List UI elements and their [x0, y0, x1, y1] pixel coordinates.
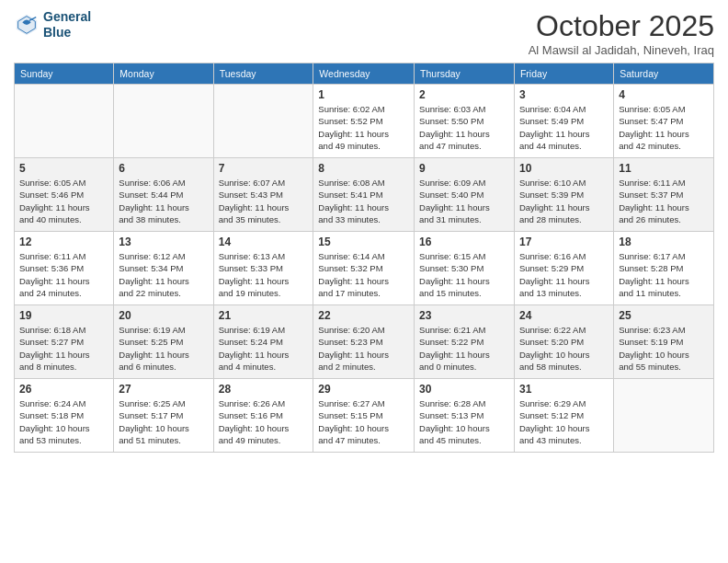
- day-number: 2: [419, 88, 509, 101]
- day-info: Sunrise: 6:19 AM Sunset: 5:25 PM Dayligh…: [119, 324, 208, 373]
- page-container: General Blue October 2025 Al Mawsil al J…: [0, 0, 728, 462]
- col-wednesday: Wednesday: [313, 63, 415, 85]
- day-number: 15: [318, 236, 409, 248]
- calendar-cell: 21Sunrise: 6:19 AM Sunset: 5:24 PM Dayli…: [213, 305, 313, 379]
- day-number: 10: [519, 162, 609, 175]
- col-saturday: Saturday: [614, 63, 714, 85]
- calendar-week-row: 26Sunrise: 6:24 AM Sunset: 5:18 PM Dayli…: [15, 379, 714, 453]
- calendar-cell: [614, 379, 714, 453]
- calendar-cell: 25Sunrise: 6:23 AM Sunset: 5:19 PM Dayli…: [614, 305, 714, 379]
- day-info: Sunrise: 6:20 AM Sunset: 5:23 PM Dayligh…: [318, 324, 409, 373]
- calendar-cell: 22Sunrise: 6:20 AM Sunset: 5:23 PM Dayli…: [313, 305, 415, 379]
- col-monday: Monday: [114, 63, 213, 85]
- day-number: 22: [318, 309, 409, 322]
- day-info: Sunrise: 6:16 AM Sunset: 5:29 PM Dayligh…: [519, 250, 609, 299]
- calendar-cell: 14Sunrise: 6:13 AM Sunset: 5:33 PM Dayli…: [213, 232, 313, 305]
- day-number: 24: [519, 309, 609, 322]
- calendar-cell: 5Sunrise: 6:05 AM Sunset: 5:46 PM Daylig…: [15, 158, 114, 232]
- calendar-week-row: 19Sunrise: 6:18 AM Sunset: 5:27 PM Dayli…: [15, 305, 714, 379]
- day-info: Sunrise: 6:14 AM Sunset: 5:32 PM Dayligh…: [318, 250, 409, 299]
- calendar-cell: 17Sunrise: 6:16 AM Sunset: 5:29 PM Dayli…: [514, 232, 613, 305]
- day-number: 3: [519, 88, 609, 101]
- day-number: 28: [219, 383, 309, 396]
- logo-text: General Blue: [43, 9, 91, 40]
- day-info: Sunrise: 6:09 AM Sunset: 5:40 PM Dayligh…: [419, 177, 509, 225]
- calendar-cell: 6Sunrise: 6:06 AM Sunset: 5:44 PM Daylig…: [114, 158, 213, 232]
- day-info: Sunrise: 6:05 AM Sunset: 5:47 PM Dayligh…: [619, 103, 709, 152]
- col-friday: Friday: [514, 63, 613, 85]
- day-number: 17: [519, 236, 609, 248]
- calendar-cell: 2Sunrise: 6:03 AM Sunset: 5:50 PM Daylig…: [415, 85, 515, 158]
- calendar-cell: 15Sunrise: 6:14 AM Sunset: 5:32 PM Dayli…: [313, 232, 415, 305]
- calendar-cell: 11Sunrise: 6:11 AM Sunset: 5:37 PM Dayli…: [614, 158, 714, 232]
- calendar-cell: [213, 85, 313, 158]
- location-subtitle: Al Mawsil al Jadidah, Nineveh, Iraq: [529, 43, 714, 57]
- calendar-cell: 26Sunrise: 6:24 AM Sunset: 5:18 PM Dayli…: [15, 379, 114, 453]
- day-number: 19: [19, 309, 108, 322]
- calendar-cell: 13Sunrise: 6:12 AM Sunset: 5:34 PM Dayli…: [114, 232, 213, 305]
- day-info: Sunrise: 6:22 AM Sunset: 5:20 PM Dayligh…: [519, 324, 609, 373]
- day-info: Sunrise: 6:12 AM Sunset: 5:34 PM Dayligh…: [119, 250, 208, 299]
- day-number: 20: [119, 309, 208, 322]
- day-number: 6: [119, 162, 208, 175]
- calendar-cell: 9Sunrise: 6:09 AM Sunset: 5:40 PM Daylig…: [415, 158, 515, 232]
- calendar-cell: 31Sunrise: 6:29 AM Sunset: 5:12 PM Dayli…: [514, 379, 613, 453]
- day-info: Sunrise: 6:15 AM Sunset: 5:30 PM Dayligh…: [419, 250, 509, 299]
- day-info: Sunrise: 6:08 AM Sunset: 5:41 PM Dayligh…: [318, 177, 409, 225]
- day-info: Sunrise: 6:19 AM Sunset: 5:24 PM Dayligh…: [219, 324, 309, 373]
- title-section: October 2025 Al Mawsil al Jadidah, Ninev…: [529, 9, 714, 57]
- day-number: 12: [19, 236, 108, 248]
- day-number: 4: [619, 88, 709, 101]
- day-info: Sunrise: 6:05 AM Sunset: 5:46 PM Dayligh…: [19, 177, 108, 225]
- day-number: 1: [318, 88, 409, 101]
- calendar-cell: 4Sunrise: 6:05 AM Sunset: 5:47 PM Daylig…: [614, 85, 714, 158]
- calendar-cell: 16Sunrise: 6:15 AM Sunset: 5:30 PM Dayli…: [415, 232, 515, 305]
- day-info: Sunrise: 6:06 AM Sunset: 5:44 PM Dayligh…: [119, 177, 208, 225]
- logo-icon: [14, 12, 40, 38]
- day-number: 5: [19, 162, 108, 175]
- calendar-cell: 7Sunrise: 6:07 AM Sunset: 5:43 PM Daylig…: [213, 158, 313, 232]
- day-number: 9: [419, 162, 509, 175]
- day-info: Sunrise: 6:21 AM Sunset: 5:22 PM Dayligh…: [419, 324, 509, 373]
- day-info: Sunrise: 6:24 AM Sunset: 5:18 PM Dayligh…: [19, 397, 108, 446]
- col-sunday: Sunday: [15, 63, 114, 85]
- day-info: Sunrise: 6:18 AM Sunset: 5:27 PM Dayligh…: [19, 324, 108, 373]
- day-number: 31: [519, 383, 609, 396]
- logo: General Blue: [14, 9, 91, 40]
- day-number: 30: [419, 383, 509, 396]
- day-number: 11: [619, 162, 709, 175]
- calendar-cell: 1Sunrise: 6:02 AM Sunset: 5:52 PM Daylig…: [313, 85, 415, 158]
- day-info: Sunrise: 6:28 AM Sunset: 5:13 PM Dayligh…: [419, 397, 509, 446]
- day-info: Sunrise: 6:04 AM Sunset: 5:49 PM Dayligh…: [519, 103, 609, 152]
- day-info: Sunrise: 6:26 AM Sunset: 5:16 PM Dayligh…: [219, 397, 309, 446]
- calendar-cell: 27Sunrise: 6:25 AM Sunset: 5:17 PM Dayli…: [114, 379, 213, 453]
- month-title: October 2025: [529, 9, 714, 43]
- day-number: 13: [119, 236, 208, 248]
- day-info: Sunrise: 6:13 AM Sunset: 5:33 PM Dayligh…: [219, 250, 309, 299]
- day-info: Sunrise: 6:11 AM Sunset: 5:36 PM Dayligh…: [19, 250, 108, 299]
- day-info: Sunrise: 6:03 AM Sunset: 5:50 PM Dayligh…: [419, 103, 509, 152]
- day-info: Sunrise: 6:10 AM Sunset: 5:39 PM Dayligh…: [519, 177, 609, 225]
- day-info: Sunrise: 6:07 AM Sunset: 5:43 PM Dayligh…: [219, 177, 309, 225]
- calendar-cell: [15, 85, 114, 158]
- calendar-cell: 23Sunrise: 6:21 AM Sunset: 5:22 PM Dayli…: [415, 305, 515, 379]
- logo-line1: General: [43, 9, 91, 24]
- day-info: Sunrise: 6:11 AM Sunset: 5:37 PM Dayligh…: [619, 177, 709, 225]
- day-number: 23: [419, 309, 509, 322]
- page-header: General Blue October 2025 Al Mawsil al J…: [14, 9, 714, 57]
- calendar-cell: 30Sunrise: 6:28 AM Sunset: 5:13 PM Dayli…: [415, 379, 515, 453]
- calendar-cell: 19Sunrise: 6:18 AM Sunset: 5:27 PM Dayli…: [15, 305, 114, 379]
- day-number: 16: [419, 236, 509, 248]
- calendar-week-row: 12Sunrise: 6:11 AM Sunset: 5:36 PM Dayli…: [15, 232, 714, 305]
- day-info: Sunrise: 6:23 AM Sunset: 5:19 PM Dayligh…: [619, 324, 709, 373]
- calendar-cell: [114, 85, 213, 158]
- day-number: 29: [318, 383, 409, 396]
- calendar-cell: 10Sunrise: 6:10 AM Sunset: 5:39 PM Dayli…: [514, 158, 613, 232]
- day-info: Sunrise: 6:29 AM Sunset: 5:12 PM Dayligh…: [519, 397, 609, 446]
- calendar-cell: 3Sunrise: 6:04 AM Sunset: 5:49 PM Daylig…: [514, 85, 613, 158]
- calendar-cell: 12Sunrise: 6:11 AM Sunset: 5:36 PM Dayli…: [15, 232, 114, 305]
- calendar-week-row: 5Sunrise: 6:05 AM Sunset: 5:46 PM Daylig…: [15, 158, 714, 232]
- logo-line2: Blue: [43, 25, 71, 40]
- day-number: 18: [619, 236, 709, 248]
- day-number: 25: [619, 309, 709, 322]
